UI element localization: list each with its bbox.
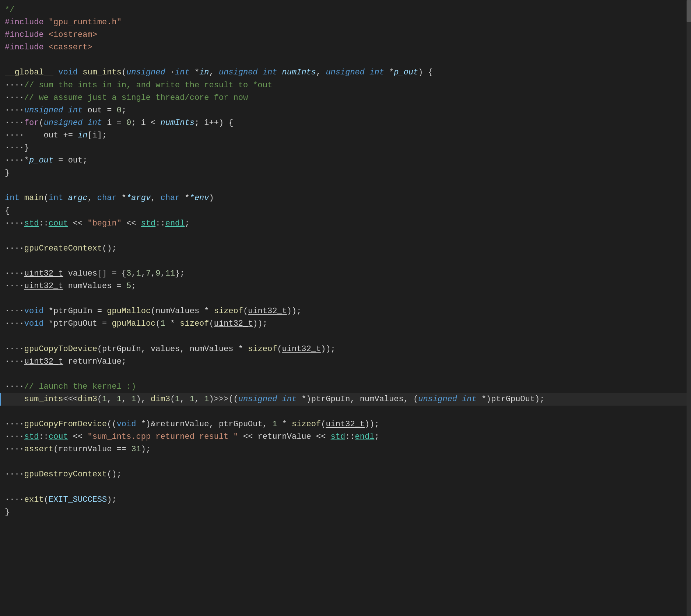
code-line-5 xyxy=(0,54,691,66)
code-line-29: ····uint32_t returnValue; xyxy=(0,356,691,368)
code-line-26: ····void *ptrGpuOut = gpuMalloc(1 * size… xyxy=(0,318,691,330)
code-line-35: ····std::cout << "sum_ints.cpp returned … xyxy=(0,431,691,443)
code-line-24 xyxy=(0,293,691,305)
code-line-18: ····std::cout << "begin" << std::endl; xyxy=(0,217,691,230)
code-line-17: { xyxy=(0,205,691,217)
code-line-41: } xyxy=(0,506,691,519)
code-line-7: ····// sum the ints in in, and write the… xyxy=(0,79,691,92)
include-path: "gpu_runtime.h" xyxy=(49,16,122,29)
code-line-31: ····// launch the kernel :) xyxy=(0,381,691,393)
code-editor: */ #include "gpu_runtime.h" #include <io… xyxy=(0,0,691,616)
code-line-8: ····// we assume just a single thread/co… xyxy=(0,92,691,104)
code-line-3: #include <iostream> xyxy=(0,29,691,41)
code-line-14: } xyxy=(0,167,691,179)
code-line-39 xyxy=(0,481,691,494)
code-line-33 xyxy=(0,406,691,418)
code-line-38: ····gpuDestroyContext(); xyxy=(0,468,691,481)
code-line-9: ····unsigned int out = 0; xyxy=(0,104,691,117)
code-line-13: ····*p_out = out; xyxy=(0,154,691,167)
code-line-23: ····uint32_t numValues = 5; xyxy=(0,280,691,293)
code-line-22: ····uint32_t values[] = {3,1,7,9,11}; xyxy=(0,267,691,280)
scrollbar[interactable] xyxy=(687,0,691,616)
code-line-27 xyxy=(0,330,691,343)
code-line-20: ····gpuCreateContext(); xyxy=(0,242,691,255)
code-line-11: ···· out += in[i]; xyxy=(0,129,691,142)
code-line-25: ····void *ptrGpuIn = gpuMalloc(numValues… xyxy=(0,305,691,318)
code-line-2: #include "gpu_runtime.h" xyxy=(0,16,691,29)
code-line-16: int main(int argc, char **argv, char **e… xyxy=(0,192,691,204)
scrollbar-thumb[interactable] xyxy=(687,0,691,22)
code-line-19 xyxy=(0,230,691,242)
code-line-12: ····} xyxy=(0,142,691,154)
line-content: */ xyxy=(5,4,14,16)
code-line-21 xyxy=(0,255,691,267)
code-line-30 xyxy=(0,368,691,381)
code-line-28: ····gpuCopyToDevice(ptrGpuIn, values, nu… xyxy=(0,343,691,356)
code-line-10: ····for(unsigned int i = 0; i < numInts;… xyxy=(0,117,691,129)
code-line-1: */ xyxy=(0,4,691,16)
code-line-6: __global__ void sum_ints(unsigned ·int *… xyxy=(0,66,691,79)
code-line-37 xyxy=(0,456,691,468)
code-line-34: ····gpuCopyFromDevice((void *)&returnVal… xyxy=(0,418,691,431)
code-line-4: #include <cassert> xyxy=(0,41,691,54)
preprocessor-keyword: #include xyxy=(5,16,44,29)
code-line-15 xyxy=(0,179,691,192)
code-line-36: ····assert(returnValue == 31); xyxy=(0,443,691,456)
code-line-32: sum_ints<<<dim3(1, 1, 1), dim3(1, 1, 1)>… xyxy=(0,393,691,406)
code-line-40: ····exit(EXIT_SUCCESS); xyxy=(0,494,691,506)
